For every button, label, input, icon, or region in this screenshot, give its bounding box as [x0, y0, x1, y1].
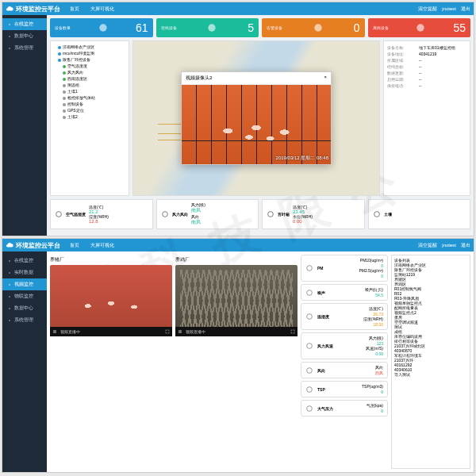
app-title: 环境监控云平台 [16, 5, 60, 13]
svg-point-8 [162, 212, 167, 217]
nav-bigscreen[interactable]: 大屏可视化 [87, 4, 117, 14]
video-player-2[interactable]: 视频直播中 [175, 265, 298, 336]
sidebar-item[interactable]: 系统管理 [2, 314, 47, 326]
header-right-2: 清空提醒 jnotest 退出 [418, 242, 470, 249]
pause-icon[interactable] [178, 329, 182, 334]
svg-point-0 [9, 24, 10, 25]
svg-point-12 [9, 272, 10, 274]
pause-icon[interactable] [52, 329, 57, 334]
tree-node[interactable]: GPS定位 [53, 107, 126, 113]
nav-home[interactable]: 首页 [67, 4, 83, 14]
main-2: 养猪厂 视频直播中 养鸡厂 [47, 251, 474, 472]
stat-card[interactable]: 离线设备55 [368, 18, 471, 37]
modal-video[interactable]: 2019/03/12 星期二 08:48 [182, 85, 331, 164]
header: 环境监控云平台 首页 大屏可视化 清空提醒 jnotest 退出 [2, 2, 474, 15]
sensor-card[interactable]: 土壤 [368, 199, 471, 229]
fullscreen-icon[interactable] [165, 329, 170, 334]
tree-node[interactable]: 风力风向 [53, 69, 126, 75]
svg-point-17 [307, 266, 313, 271]
video-player-1[interactable]: 视频直播中 [50, 265, 172, 336]
svg-point-18 [307, 290, 313, 295]
sidebar-item[interactable]: 系统管理 [2, 42, 47, 54]
svg-point-7 [56, 212, 62, 217]
sensor-box[interactable]: 风力风速风力(级)123风速(m/S)0.00 [301, 332, 388, 359]
tree-node[interactable]: 测温组 [53, 82, 126, 88]
info-row: 设备地址:40341219 [387, 51, 466, 57]
stat-row: 设备数量61在线设备5告警设备0离线设备55 [47, 15, 474, 40]
sensor-box[interactable]: 风向风向西风 [301, 362, 388, 378]
svg-point-23 [307, 405, 313, 411]
sidebar-item[interactable]: 视频监控 [2, 278, 47, 290]
sensor-card[interactable]: 百叶箱温度(℃)23.45水位(%RH)0.00 [262, 199, 365, 229]
tree-node[interactable]: 空气温度度 [53, 63, 126, 69]
svg-point-21 [307, 367, 313, 373]
tree-node[interactable]: mcu/mcu环境监测 [53, 50, 126, 56]
tree-node[interactable]: 济南网络农产业区 [53, 44, 126, 50]
sensor-box[interactable]: PMPM10(ug/m³)0PM2.5(ug/m³)0 [301, 255, 388, 282]
clear-alerts[interactable]: 清空提醒 [418, 6, 437, 13]
tree-node[interactable]: 土壤1 [53, 88, 126, 94]
sidebar-item[interactable]: 数据中心 [2, 302, 47, 314]
sensor-box[interactable]: 大气压力气压(kpa)0 [301, 400, 388, 416]
tree-node[interactable]: 控制设备 [53, 101, 126, 107]
user-menu-2[interactable]: jnotest [442, 243, 456, 248]
svg-point-15 [9, 308, 10, 309]
sidebar: 在线监控数据中心系统管理 [2, 15, 47, 236]
logout[interactable]: 退出 [461, 6, 470, 13]
stat-card[interactable]: 告警设备0 [262, 18, 365, 37]
video-content [186, 93, 327, 156]
logout-2[interactable]: 退出 [461, 242, 470, 249]
svg-point-13 [9, 284, 10, 286]
clear-alerts-2[interactable]: 清空提醒 [418, 242, 437, 249]
modal-title: 视频摄像头2 [186, 75, 212, 82]
svg-point-4 [209, 24, 216, 31]
fullscreen-icon[interactable] [290, 329, 295, 334]
map[interactable]: 视频摄像头2 × 2019/03/12 星期二 08:48 [132, 40, 380, 196]
logo-2: 环境监控云平台 [6, 241, 60, 250]
sidebar-item[interactable]: 数据中心 [2, 30, 47, 42]
svg-point-22 [307, 386, 313, 392]
info-row: 所属区域:-- [387, 57, 466, 63]
screen-dashboard: 环境监控云平台 首页 大屏可视化 清空提醒 jnotest 退出 在线监控数据中… [2, 2, 474, 236]
sensor-card[interactable]: 空气温湿度温度(℃)21.2湿度(%RH)12.8 [50, 199, 153, 229]
top-nav-2: 首页 大屏可视化 [67, 240, 117, 251]
sidebar-item[interactable]: 在线监控 [2, 255, 47, 267]
video-title-1: 养猪厂 [50, 255, 172, 265]
video-timestamp: 2019/03/12 星期二 08:48 [276, 155, 328, 162]
info-row: 设备名称:地下车库01楼监控组 [387, 44, 466, 51]
user-menu[interactable]: jnotest [442, 6, 456, 11]
device-tree[interactable]: 济南网络农产业区mcu/mcu环境监测限售厂环控设备空气温度度风力风向西南温度区… [50, 40, 129, 196]
sensor-list: PMPM10(ug/m³)0PM2.5(ug/m³)0噪声噪声(分贝)54.5温… [301, 255, 388, 469]
tree-node[interactable]: 土壤2 [53, 113, 126, 120]
logo: 环境监控云平台 [6, 5, 60, 13]
sidebar-item[interactable]: 物联监控 [2, 290, 47, 302]
svg-point-6 [417, 24, 424, 31]
sensor-box[interactable]: 噪声噪声(分贝)54.5 [301, 284, 388, 301]
svg-point-20 [307, 344, 313, 349]
sensor-box[interactable]: 温湿度温度(℃)26.73湿度(%RH)18.00 [301, 303, 388, 330]
sensor-cards-2 [47, 232, 474, 236]
device-tree-2[interactable]: 设备列表济南网络农产业区限售厂环控设备监测站1219养猪区养鸡区R01控制氧气阀… [391, 255, 470, 469]
tree-node[interactable]: 限售厂环控设备 [53, 56, 126, 63]
tree-node[interactable]: 导入测试 [394, 372, 467, 377]
sidebar-item[interactable]: 实时数据 [2, 267, 47, 278]
stat-card[interactable]: 设备数量61 [50, 18, 153, 37]
stat-card[interactable]: 在线设备5 [156, 18, 259, 37]
svg-point-14 [9, 296, 10, 298]
svg-point-16 [9, 320, 10, 321]
tree-node[interactable]: 西南温度区 [53, 75, 126, 82]
device-info: 设备名称:地下车库01楼监控组设备地址:40341219所属区域:--经纬坐标:… [383, 40, 470, 196]
header-2: 环境监控云平台 首页 大屏可视化 清空提醒 jnotest 退出 [2, 239, 474, 251]
close-icon[interactable]: × [324, 75, 327, 82]
info-row: 保持电话:-- [387, 83, 466, 89]
nav-bigscreen-2[interactable]: 大屏可视化 [87, 240, 117, 251]
sensor-box[interactable]: TSPTSP(ug/m3)0 [301, 381, 388, 397]
video-controls-2[interactable]: 视频直播中 [175, 327, 298, 336]
svg-point-11 [9, 260, 10, 262]
video-controls-1[interactable]: 视频直播中 [50, 327, 172, 336]
sensor-card[interactable]: 风力风向风力(级)南风风向南风 [156, 199, 259, 229]
svg-point-2 [9, 48, 10, 49]
nav-home-2[interactable]: 首页 [67, 240, 83, 251]
sidebar-item[interactable]: 在线监控 [2, 18, 47, 30]
tree-node[interactable]: 检控排放气体站 [53, 94, 126, 101]
